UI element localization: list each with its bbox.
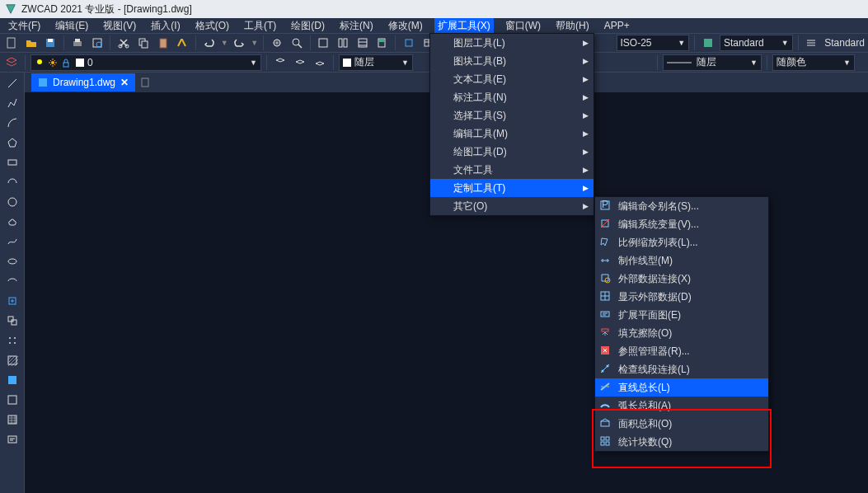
- layer-match-icon[interactable]: [312, 54, 328, 71]
- calc-icon[interactable]: [374, 35, 391, 51]
- mline-style-icon[interactable]: [804, 35, 820, 51]
- gradient-icon[interactable]: [5, 373, 20, 387]
- text-style-icon[interactable]: [700, 35, 716, 51]
- menu-item[interactable]: APP+: [601, 19, 633, 32]
- menu-item[interactable]: 工具(T): [241, 18, 279, 34]
- menu-item[interactable]: 编辑(E): [52, 18, 91, 34]
- dropdown-arrow-icon[interactable]: ▼: [221, 39, 228, 47]
- menu-item[interactable]: 插入(I): [148, 18, 183, 34]
- menu-item[interactable]: P编辑命令别名(S)...: [595, 197, 768, 215]
- grid-icon[interactable]: [316, 35, 332, 51]
- menu-item[interactable]: 统计块数(Q): [595, 433, 768, 451]
- rectangle-icon[interactable]: [5, 155, 20, 170]
- menu-item[interactable]: 检查线段连接(L): [595, 360, 768, 378]
- menu-item[interactable]: 比例缩放列表(L)...: [595, 233, 768, 251]
- pan-icon[interactable]: [269, 35, 285, 51]
- copy-icon[interactable]: [135, 35, 152, 51]
- menu-item[interactable]: 编辑系统变量(V)...: [595, 215, 768, 233]
- table2-icon[interactable]: [5, 412, 20, 427]
- menubar[interactable]: 文件(F)编辑(E)视图(V)插入(I)格式(O)工具(T)绘图(D)标注(N)…: [0, 18, 868, 33]
- color-dropdown[interactable]: 随层 ▼: [339, 54, 413, 71]
- ellipse-icon[interactable]: [5, 254, 20, 269]
- save-icon[interactable]: [42, 35, 59, 51]
- polygon-icon[interactable]: [5, 135, 20, 150]
- new-tab-button[interactable]: [137, 73, 155, 92]
- paste-icon[interactable]: [155, 35, 171, 51]
- menu-item[interactable]: 面积总和(O): [595, 415, 768, 433]
- menu-item[interactable]: 其它(O)▶: [430, 197, 594, 215]
- open-icon[interactable]: [23, 35, 40, 51]
- layer-manager-icon[interactable]: [3, 54, 20, 71]
- lineweight-dropdown[interactable]: 随颜色 ▼: [772, 54, 855, 71]
- linetype-dropdown[interactable]: 随层 ▼: [663, 54, 762, 71]
- preview-icon[interactable]: [89, 35, 106, 51]
- file-tab-active[interactable]: Drawing1.dwg ✕: [31, 73, 135, 92]
- spline-icon[interactable]: [5, 234, 20, 249]
- close-icon[interactable]: ✕: [120, 77, 129, 88]
- menu-item[interactable]: 绘图(D): [288, 18, 328, 34]
- line-icon[interactable]: [5, 76, 20, 91]
- separator: [110, 35, 110, 50]
- undo-icon[interactable]: [201, 35, 218, 51]
- custom-tools-submenu: P编辑命令别名(S)...编辑系统变量(V)...比例缩放列表(L)...制作线…: [594, 196, 769, 452]
- revcloud-icon[interactable]: [5, 214, 20, 229]
- menu-item[interactable]: 直线总长(L): [595, 378, 768, 397]
- ellipse-arc-icon[interactable]: [5, 274, 20, 289]
- menu-item[interactable]: 制作线型(M): [595, 251, 768, 270]
- point-icon[interactable]: [5, 333, 20, 348]
- mtext-icon[interactable]: [5, 432, 20, 447]
- arc-icon[interactable]: [5, 115, 20, 130]
- new-icon[interactable]: [3, 35, 20, 51]
- menu-item[interactable]: 填充擦除(O): [595, 324, 768, 342]
- menu-item[interactable]: 文本工具(E)▶: [430, 70, 594, 88]
- svg-rect-58: [601, 437, 604, 440]
- polyline-icon[interactable]: [5, 96, 20, 110]
- menu-item[interactable]: 视图(V): [100, 18, 139, 34]
- menu-item[interactable]: 标注(N): [336, 18, 377, 34]
- menu-item[interactable]: 显示外部数据(D): [595, 288, 768, 306]
- menu-item[interactable]: 文件工具▶: [430, 161, 594, 179]
- zoom-icon[interactable]: [289, 35, 305, 51]
- make-block-icon[interactable]: [5, 313, 20, 328]
- menu-item[interactable]: 图层工具(L)▶: [430, 34, 594, 52]
- svg-rect-10: [142, 41, 148, 48]
- menu-item[interactable]: 弧长总和(A): [595, 397, 768, 415]
- arc3p-icon[interactable]: [5, 175, 20, 190]
- properties-icon[interactable]: [335, 35, 351, 51]
- menu-item[interactable]: 图块工具(B)▶: [430, 52, 594, 70]
- menu-item[interactable]: 编辑工具(M)▶: [430, 124, 594, 143]
- menu-item[interactable]: 选择工具(S)▶: [430, 106, 594, 124]
- menu-item[interactable]: 参照管理器(R)...: [595, 342, 768, 360]
- menu-item[interactable]: 扩展工具(X): [434, 18, 494, 34]
- sheet-icon[interactable]: [354, 35, 371, 51]
- svg-rect-61: [606, 442, 609, 445]
- menu-item-icon: [599, 272, 612, 285]
- menu-item[interactable]: 扩展平面图(E): [595, 306, 768, 324]
- menu-item[interactable]: 外部数据连接(X): [595, 270, 768, 288]
- menu-item[interactable]: 窗口(W): [502, 18, 544, 34]
- layer-prev-icon[interactable]: [272, 54, 289, 71]
- insert-block-icon[interactable]: [5, 293, 20, 308]
- region-icon[interactable]: [5, 392, 20, 407]
- hatch-icon[interactable]: [5, 353, 20, 368]
- layer-state-icon[interactable]: [292, 54, 308, 71]
- text-style-dropdown[interactable]: Standard▼: [720, 35, 793, 51]
- menu-item[interactable]: 帮助(H): [552, 18, 593, 34]
- layer-dropdown[interactable]: 0 ▼: [30, 54, 261, 71]
- match-icon[interactable]: [174, 35, 190, 51]
- plus-icon: [141, 77, 151, 87]
- print-icon[interactable]: [69, 35, 86, 51]
- menu-item[interactable]: 文件(F): [5, 18, 44, 34]
- submenu-arrow-icon: ▶: [583, 75, 589, 83]
- dim-style-dropdown[interactable]: ISO-25▼: [617, 35, 690, 51]
- menu-item[interactable]: 格式(O): [192, 18, 232, 34]
- menu-item[interactable]: 绘图工具(D)▶: [430, 143, 594, 161]
- dropdown-arrow-icon[interactable]: ▼: [251, 39, 258, 47]
- circle-icon[interactable]: [5, 195, 20, 209]
- menu-item[interactable]: 定制工具(T)▶: [430, 179, 594, 197]
- menu-item[interactable]: 修改(M): [385, 18, 426, 34]
- cut-icon[interactable]: [115, 35, 132, 51]
- block-icon[interactable]: [401, 35, 417, 51]
- redo-icon[interactable]: [232, 35, 248, 51]
- menu-item[interactable]: 标注工具(N)▶: [430, 88, 594, 106]
